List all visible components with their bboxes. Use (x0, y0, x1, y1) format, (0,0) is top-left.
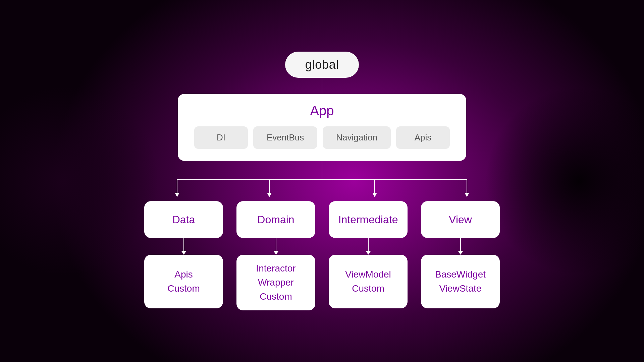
sub-view: BaseWidgetViewState (421, 255, 500, 308)
module-domain: Domain (236, 201, 315, 238)
app-title: App (191, 103, 453, 118)
sub-domain: InteractorWrapperCustom (236, 255, 315, 310)
module-data-label: Data (172, 214, 195, 226)
app-item-di: DI (194, 126, 248, 149)
module-view-label: View (449, 214, 472, 226)
app-items: DI EventBus Navigation Apis (191, 126, 453, 149)
diagram: global App DI EventBus Navigation Apis (138, 52, 506, 310)
global-label: global (305, 58, 339, 71)
sub-domain-label: InteractorWrapperCustom (256, 261, 296, 304)
global-to-app-connector (322, 78, 322, 94)
column-intermediate: Intermediate ViewModelCustom (329, 201, 408, 308)
module-domain-label: Domain (257, 214, 294, 226)
view-to-sub-connector (458, 238, 463, 255)
global-node: global (285, 52, 359, 78)
sub-intermediate: ViewModelCustom (329, 255, 408, 308)
module-data: Data (144, 201, 223, 238)
column-view: View BaseWidgetViewState (421, 201, 500, 308)
branch-connectors (138, 161, 506, 201)
app-item-apis: Apis (396, 126, 450, 149)
svg-marker-9 (465, 193, 469, 197)
data-to-sub-connector (181, 238, 186, 255)
app-item-navigation: Navigation (323, 126, 391, 149)
app-item-eventbus: EventBus (253, 126, 317, 149)
column-domain: Domain InteractorWrapperCustom (236, 201, 315, 310)
module-intermediate: Intermediate (329, 201, 408, 238)
svg-marker-5 (267, 193, 272, 197)
svg-marker-3 (175, 193, 179, 197)
app-container: App DI EventBus Navigation Apis (178, 94, 466, 161)
sub-intermediate-label: ViewModelCustom (345, 267, 391, 296)
sub-view-label: BaseWidgetViewState (435, 267, 486, 296)
svg-marker-7 (372, 193, 377, 197)
sub-data: ApisCustom (144, 255, 223, 308)
column-data: Data ApisCustom (144, 201, 223, 308)
domain-to-sub-connector (273, 238, 279, 255)
bottom-row: Data ApisCustom Domain InteractorWrapper… (144, 201, 500, 310)
module-intermediate-label: Intermediate (338, 214, 398, 226)
sub-data-label: ApisCustom (167, 267, 200, 296)
module-view: View (421, 201, 500, 238)
intermediate-to-sub-connector (366, 238, 371, 255)
